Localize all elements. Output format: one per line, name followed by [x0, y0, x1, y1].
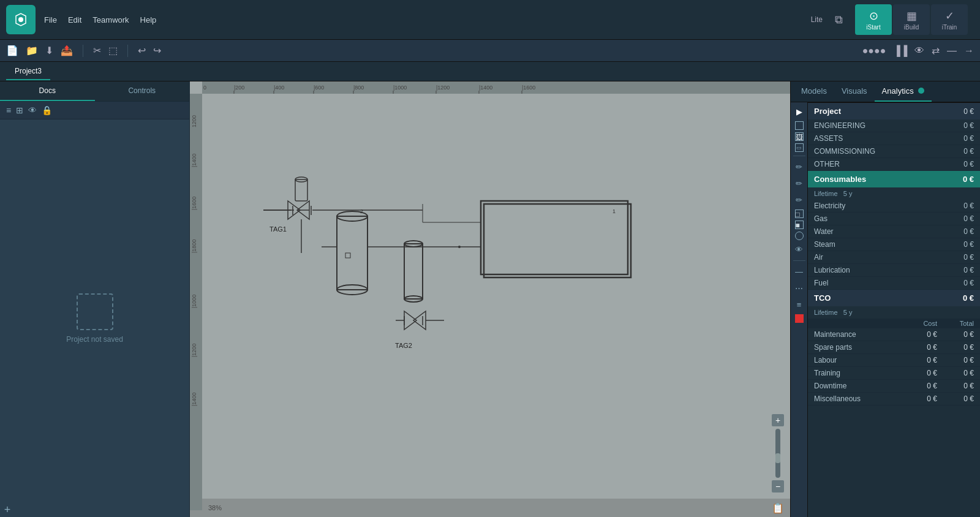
menu-file[interactable]: File	[44, 15, 57, 25]
rp-eye-icon[interactable]: 👁	[795, 243, 803, 257]
rp-tab-models[interactable]: Models	[794, 81, 834, 102]
rp-play-icon[interactable]: ▶	[796, 105, 802, 119]
document-icon[interactable]: 📋	[772, 502, 784, 514]
grid-icon[interactable]: ⊞	[16, 105, 23, 115]
tco-lifetime-value: 5 y	[843, 309, 853, 316]
fuel-row[interactable]: Fuel 0 €	[808, 277, 980, 290]
rp-red-icon[interactable]	[795, 314, 804, 323]
rp-dots-icon[interactable]: ⋯	[795, 281, 803, 295]
rp-lines-icon[interactable]: ≡	[797, 298, 802, 312]
maintenance-row[interactable]: Maintenance 0 € 0 €	[808, 328, 980, 341]
lp-tab-docs[interactable]: Docs	[0, 81, 95, 101]
assets-row[interactable]: ASSETS 0 €	[808, 132, 980, 145]
eye-lp-icon[interactable]: 👁	[28, 105, 37, 115]
mode-istart[interactable]: ⊙ iStart	[855, 4, 892, 35]
arrows-icon[interactable]: ⇄	[932, 45, 940, 56]
zoom-slider[interactable]	[775, 429, 780, 478]
labour-row[interactable]: Labour 0 € 0 €	[808, 354, 980, 367]
fuel-value: 0 €	[963, 279, 974, 287]
analytics-dot	[918, 88, 924, 94]
downtime-row[interactable]: Downtime 0 € 0 €	[808, 380, 980, 393]
zoom-out-button[interactable]: −	[772, 480, 784, 492]
open-icon[interactable]: 📁	[26, 45, 38, 56]
svg-rect-2	[202, 81, 790, 94]
ibuild-label: iBuild	[904, 24, 919, 31]
canvas-area[interactable]: 0 |200 |400 |600 |800 |1000 |1200 |1400 …	[190, 81, 790, 517]
miscellaneous-total: 0 €	[943, 394, 974, 403]
rp-square-icon[interactable]	[795, 121, 804, 130]
undo-icon[interactable]: ↩	[138, 45, 146, 56]
rp-line1-icon[interactable]: —	[795, 265, 803, 279]
rp-image-icon[interactable]: 🖼	[795, 132, 804, 141]
svg-text:|1200: |1200	[436, 85, 450, 91]
air-row[interactable]: Air 0 €	[808, 251, 980, 264]
menu-help[interactable]: Help	[140, 15, 157, 25]
gas-value: 0 €	[963, 214, 974, 223]
new-icon[interactable]: 📄	[6, 45, 18, 56]
arrow-right-icon[interactable]: →	[964, 45, 974, 56]
rp-tab-visuals[interactable]: Visuals	[834, 81, 875, 102]
miscellaneous-row[interactable]: Miscellaneous 0 € 0 €	[808, 393, 980, 406]
engineering-label: ENGINEERING	[814, 121, 865, 130]
menu-teamwork[interactable]: Teamwork	[92, 15, 129, 25]
rp-content: Project 0 € ENGINEERING 0 € ASSETS 0 € C…	[808, 102, 980, 517]
water-row[interactable]: Water 0 €	[808, 225, 980, 238]
rp-pencil3-icon[interactable]: ✏	[796, 193, 802, 207]
svg-text:TAG1: TAG1	[270, 225, 287, 233]
zoom-in-button[interactable]: +	[772, 414, 784, 426]
downtime-label: Downtime	[814, 382, 846, 390]
redo-icon[interactable]: ↪	[153, 45, 161, 56]
steam-row[interactable]: Steam 0 €	[808, 238, 980, 251]
steam-label: Steam	[814, 240, 835, 249]
svg-text:1: 1	[612, 208, 616, 214]
lock-icon[interactable]: 🔒	[42, 105, 52, 115]
other-row[interactable]: OTHER 0 €	[808, 158, 980, 171]
menu-edit[interactable]: Edit	[68, 15, 81, 25]
not-saved-label: Project not saved	[66, 335, 123, 344]
rp-box-icon[interactable]: ■	[795, 221, 804, 229]
consumables-lifetime: Lifetime 5 y	[808, 187, 980, 200]
spare-parts-row[interactable]: Spare parts 0 € 0 €	[808, 341, 980, 354]
lubrication-row[interactable]: Lubrication 0 €	[808, 264, 980, 277]
rp-tab-analytics[interactable]: Analytics	[875, 81, 932, 102]
dots-icon[interactable]: ●●●●	[862, 45, 886, 56]
toolbar-sep-2	[127, 45, 128, 57]
lubrication-label: Lubrication	[814, 266, 850, 274]
canvas-content[interactable]: TAG1 2	[202, 94, 790, 499]
rp-pencil2-icon[interactable]: ✏	[796, 176, 802, 191]
assets-value: 0 €	[963, 134, 974, 143]
topbar: File Edit Teamwork Help Lite ⧉ ⊙ iStart …	[0, 0, 980, 40]
canvas-svg: TAG1 2	[202, 94, 790, 499]
select-icon[interactable]: ⬚	[108, 45, 118, 56]
electricity-row[interactable]: Electricity 0 €	[808, 200, 980, 213]
mode-itrain[interactable]: ✓ iTrain	[931, 4, 968, 35]
rp-circle-icon[interactable]	[795, 232, 804, 240]
commissioning-label: COMMISSIONING	[814, 147, 875, 156]
download-icon[interactable]: ⬇	[45, 45, 53, 56]
rp-divider-2	[793, 260, 805, 261]
cut-icon[interactable]: ✂	[93, 45, 101, 56]
minus-icon[interactable]: —	[947, 45, 957, 56]
mode-ibuild[interactable]: ▦ iBuild	[893, 4, 930, 35]
add-button[interactable]: +	[0, 502, 15, 517]
mode-buttons: ⊙ iStart ▦ iBuild ✓ iTrain	[855, 4, 968, 35]
gas-row[interactable]: Gas 0 €	[808, 213, 980, 225]
zoom-thumb[interactable]	[775, 453, 780, 463]
chart-icon[interactable]: ▐▐	[893, 45, 907, 56]
hamburger-icon[interactable]: ≡	[6, 105, 11, 115]
tco-lifetime-label: Lifetime	[814, 309, 838, 316]
eye-icon[interactable]: 👁	[914, 45, 924, 56]
export-icon[interactable]: 📤	[61, 45, 73, 56]
rp-check-icon[interactable]: □	[795, 209, 804, 218]
engineering-row[interactable]: ENGINEERING 0 €	[808, 119, 980, 132]
lp-tab-controls[interactable]: Controls	[95, 81, 190, 101]
rp-monitor-icon[interactable]: ▭	[795, 143, 804, 152]
rp-pencil1-icon[interactable]: ✏	[796, 160, 802, 174]
tab-project3[interactable]: Project3	[6, 63, 50, 80]
right-panel: Models Visuals Analytics ▶ 🖼 ▭ ✏ ✏ ✏ □ ■	[790, 81, 980, 517]
restore-icon[interactable]: ⧉	[835, 13, 843, 26]
training-row[interactable]: Training 0 € 0 €	[808, 367, 980, 380]
commissioning-row[interactable]: COMMISSIONING 0 €	[808, 145, 980, 158]
spare-parts-label: Spare parts	[814, 343, 852, 352]
labour-label: Labour	[814, 356, 837, 364]
